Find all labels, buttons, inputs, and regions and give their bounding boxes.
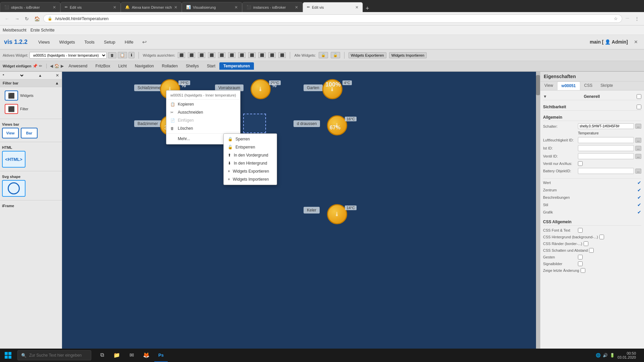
gesten-checkbox[interactable]	[578, 255, 583, 259]
collapse-sidebar-btn[interactable]: ▲	[38, 73, 42, 77]
canvas-scrollbar-thumb[interactable]	[536, 75, 540, 95]
tab-objects-iobroker[interactable]: ⬛ objects - ioBroker ✕	[0, 2, 60, 12]
tab-close-4[interactable]: ✕	[234, 5, 238, 10]
widgets-exportieren-button[interactable]: Widgets Exportieren	[348, 52, 386, 58]
back-button[interactable]: ←	[3, 15, 11, 23]
delete-widget-button[interactable]: 🗑	[108, 52, 116, 58]
canvas-area[interactable]: Schlafzimmer Vorratsraum Garten Badzimme…	[62, 72, 540, 351]
tab-close-6[interactable]: ✕	[355, 5, 359, 10]
menu-views[interactable]: Views	[34, 38, 54, 47]
tab-alexa[interactable]: 🔔 Alexa kann Dimmer nicht me... ✕	[121, 2, 182, 12]
widget-select[interactable]: w00051 (hqwidgets - Inner temperature)	[30, 52, 107, 59]
menu-hilfe[interactable]: Hilfe	[121, 38, 138, 47]
view-button[interactable]: View	[2, 128, 19, 138]
css-raender-checkbox[interactable]	[584, 241, 588, 246]
svg-widget[interactable]	[2, 180, 25, 197]
undo-button[interactable]: ↩	[140, 38, 149, 47]
bookmark-meistbesucht[interactable]: Meistbesucht	[3, 28, 26, 33]
right-tab-skripte[interactable]: Skripte	[596, 81, 617, 90]
css-font-checkbox[interactable]	[578, 228, 583, 233]
edit-mode-icon[interactable]: ✏	[39, 64, 42, 68]
views-home-button[interactable]: 🏠	[54, 63, 60, 69]
close-app-button[interactable]: ✕	[632, 38, 640, 46]
tab-licht[interactable]: Licht	[114, 62, 131, 70]
views-next-button[interactable]: ▶	[60, 63, 64, 69]
collapse-filter-icon[interactable]: ▲	[55, 81, 59, 85]
css-hintergrund-checkbox[interactable]	[599, 235, 604, 239]
css-schatten-checkbox[interactable]	[589, 248, 594, 253]
taskbar-app-firefox[interactable]: 🦊	[140, 349, 153, 362]
extensions-button[interactable]: ⋯	[624, 15, 631, 22]
luftfeuchtigkeit-input[interactable]	[578, 137, 634, 143]
tab-temperaturen[interactable]: Temperaturen	[219, 62, 254, 70]
align-center-v-button[interactable]: ⬛	[218, 52, 225, 58]
tab-close-1[interactable]: ✕	[53, 5, 56, 10]
ventil-id-icon-btn[interactable]: ...	[635, 154, 641, 159]
sub-menu-vordergrund[interactable]: ⬆ In den Vordergrund	[224, 151, 277, 159]
tab-start[interactable]: Start	[203, 62, 219, 70]
same-height-button[interactable]: ⬛	[268, 52, 276, 58]
canvas-scrollbar[interactable]	[536, 72, 540, 351]
taskbar-search-input[interactable]	[29, 353, 83, 358]
tab-close-2[interactable]: ✕	[113, 5, 116, 10]
right-tab-css[interactable]: CSS	[580, 81, 597, 90]
lock-all-button[interactable]: 🔒	[319, 52, 328, 58]
zeige-letzte-checkbox[interactable]	[581, 268, 585, 273]
generell-checkbox[interactable]	[637, 94, 641, 99]
taskbar-start-button[interactable]	[0, 349, 16, 362]
tab-close-5[interactable]: ✕	[295, 5, 298, 10]
sub-menu-entsperren[interactable]: 🔓 Entsperren	[224, 143, 277, 151]
browser-menu-button[interactable]: ⋮	[633, 15, 641, 23]
tab-shellys[interactable]: Shellys	[182, 62, 203, 70]
same-size-button[interactable]: ⬛	[278, 52, 286, 58]
info-widget-button[interactable]: ℹ	[128, 52, 135, 58]
align-top-button[interactable]: ⬛	[208, 52, 215, 58]
temp-widget-keler[interactable]: 🌡 14°C	[327, 204, 347, 224]
luftfeuchtigkeit-icon-btn[interactable]: ...	[635, 138, 641, 143]
menu-setup[interactable]: Setup	[100, 38, 119, 47]
ist-id-icon-btn[interactable]: ...	[635, 146, 641, 151]
unlock-all-button[interactable]: 🔓	[331, 52, 340, 58]
right-tab-w00051[interactable]: w00051	[557, 81, 580, 90]
align-right-button[interactable]: ⬛	[198, 52, 205, 58]
tab-close-3[interactable]: ✕	[174, 5, 177, 10]
tab-edit-vis-2[interactable]: ✏ Edit vis ✕	[303, 2, 363, 12]
sichtbarkeit-checkbox[interactable]	[637, 105, 641, 109]
taskbar-app-mail[interactable]: ✉	[125, 349, 138, 362]
views-prev-button[interactable]: ◀	[49, 63, 54, 69]
bookmark-erste-schritte[interactable]: Erste Schritte	[31, 28, 55, 33]
align-bottom-button[interactable]: ⬛	[228, 52, 235, 58]
battery-icon-btn[interactable]: ...	[635, 169, 641, 174]
battery-input[interactable]	[578, 168, 634, 174]
tab-navigation[interactable]: Navigation	[131, 62, 158, 70]
filter-item[interactable]: ⬛ Filter	[2, 103, 60, 115]
bar-button[interactable]: Bar	[21, 128, 38, 138]
tab-anwesend[interactable]: Anwesend	[64, 62, 91, 70]
distribute-v-button[interactable]: ⬛	[248, 52, 256, 58]
signalbilder-checkbox[interactable]	[578, 261, 583, 266]
taskbar-search-bar[interactable]: 🔍	[17, 350, 91, 360]
sub-menu-widgets-importieren[interactable]: + Widgets Importieren	[224, 175, 277, 183]
forward-button[interactable]: →	[13, 15, 21, 23]
context-menu-ausschneiden[interactable]: ✂ Ausschneiden	[166, 108, 240, 116]
widgets-importieren-button[interactable]: Widgets Importieren	[389, 52, 427, 58]
copy-widget-button[interactable]: 📋	[118, 52, 127, 58]
tab-fritzbox[interactable]: FritzBox	[92, 62, 114, 70]
menu-tools[interactable]: Tools	[80, 38, 98, 47]
same-width-button[interactable]: ⬛	[258, 52, 266, 58]
menu-widgets[interactable]: Widgets	[55, 38, 79, 47]
align-center-h-button[interactable]: ⬛	[188, 52, 195, 58]
filter-dropdown[interactable]	[18, 73, 24, 78]
html-widget[interactable]: <HTML>	[2, 151, 25, 168]
refresh-button[interactable]: ↻	[23, 15, 31, 23]
widgets-item[interactable]: ⬛ Widgets	[2, 89, 60, 102]
taskbar-app-explorer[interactable]: 📁	[110, 349, 123, 362]
tab-instances-iobroker[interactable]: ⬛ instances - ioBroker ✕	[242, 2, 303, 12]
tab-rolladen[interactable]: Rolladen	[158, 62, 182, 70]
bookmark-icon[interactable]: ☆	[614, 16, 618, 21]
context-menu-loeschen[interactable]: 🗑 Löschen	[166, 124, 240, 132]
context-menu-kopieren[interactable]: 📋 Kopieren	[166, 100, 240, 108]
taskbar-app-taskview[interactable]: ⧉	[95, 349, 109, 362]
tab-edit-vis-1[interactable]: ✏ Edit vis ✕	[60, 2, 121, 12]
sub-menu-widgets-exportieren[interactable]: + Widgets Exportieren	[224, 167, 277, 175]
